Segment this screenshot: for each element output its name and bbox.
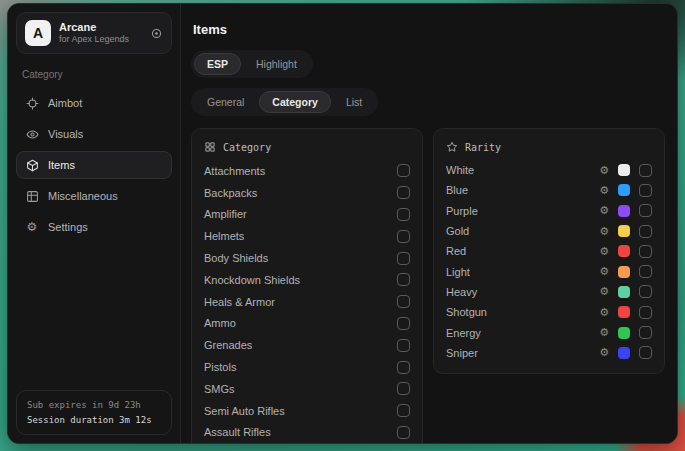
gear-icon[interactable]: ⚙ <box>599 205 609 216</box>
page-title: Items <box>193 22 665 37</box>
category-row-label: Heals & Armor <box>204 296 275 308</box>
rarity-list: White ⚙ Blue ⚙ Purple ⚙ Gold ⚙ Red ⚙ <box>446 160 652 363</box>
sidebar-item-visuals[interactable]: Visuals <box>16 120 172 148</box>
checkbox[interactable] <box>397 252 410 265</box>
category-row-label: SMGs <box>204 383 235 395</box>
sidebar-item-label: Visuals <box>48 128 83 140</box>
color-swatch[interactable] <box>618 347 630 359</box>
rarity-panel: Rarity White ⚙ Blue ⚙ Purple ⚙ Gold ⚙ <box>433 128 665 374</box>
sidebar-item-aimbot[interactable]: Aimbot <box>16 89 172 117</box>
rarity-row: Red ⚙ <box>446 241 652 261</box>
tab-general[interactable]: General <box>194 91 257 113</box>
rarity-row-label: Sniper <box>446 347 478 359</box>
sidebar-item-settings[interactable]: ⚙ Settings <box>16 213 172 241</box>
checkbox[interactable] <box>639 164 652 177</box>
rarity-row-label: Energy <box>446 327 481 339</box>
main-content: Items ESPHighlight GeneralCategoryList C… <box>181 4 677 443</box>
category-row: Knockdown Shields <box>204 269 410 291</box>
gear-icon[interactable]: ⚙ <box>599 226 609 237</box>
color-swatch[interactable] <box>618 164 630 176</box>
gear-icon[interactable]: ⚙ <box>599 307 609 318</box>
checkbox[interactable] <box>397 208 410 221</box>
category-row-label: Ammo <box>204 317 236 329</box>
tab-esp[interactable]: ESP <box>194 53 241 75</box>
category-panel: Category Attachments Backpacks Amplifier… <box>191 128 423 443</box>
category-row-label: Knockdown Shields <box>204 274 300 286</box>
rarity-row-label: Purple <box>446 205 478 217</box>
checkbox[interactable] <box>639 184 652 197</box>
session-duration-text: Session duration 3m 12s <box>27 413 161 427</box>
color-swatch[interactable] <box>618 266 630 278</box>
sub-expiry-text: Sub expires in 9d 23h <box>27 398 161 412</box>
gear-icon[interactable]: ⚙ <box>599 347 609 358</box>
sidebar: A Arcane for Apex Legends Category Aimbo… <box>8 4 181 443</box>
eye-icon <box>25 127 39 141</box>
checkbox[interactable] <box>639 306 652 319</box>
sidebar-section-label: Category <box>22 69 166 80</box>
app-logo: A <box>25 20 51 46</box>
rarity-row: Blue ⚙ <box>446 180 652 200</box>
checkbox[interactable] <box>397 382 410 395</box>
app-window: A Arcane for Apex Legends Category Aimbo… <box>7 3 678 444</box>
gear-icon[interactable]: ⚙ <box>599 286 609 297</box>
checkbox[interactable] <box>639 204 652 217</box>
checkbox[interactable] <box>397 186 410 199</box>
target-gear-icon[interactable] <box>150 27 163 40</box>
sidebar-item-miscellaneous[interactable]: Miscellaneous <box>16 182 172 210</box>
checkbox[interactable] <box>639 245 652 258</box>
color-swatch[interactable] <box>618 245 630 257</box>
checkbox[interactable] <box>397 295 410 308</box>
rarity-panel-title: Rarity <box>465 142 501 153</box>
gear-icon[interactable]: ⚙ <box>599 327 609 338</box>
sidebar-nav: Aimbot Visuals Items Miscellaneous ⚙ Set… <box>16 89 172 244</box>
category-row-label: Body Shields <box>204 252 268 264</box>
gear-icon[interactable]: ⚙ <box>599 185 609 196</box>
gear-icon[interactable]: ⚙ <box>599 165 609 176</box>
color-swatch[interactable] <box>618 327 630 339</box>
color-swatch[interactable] <box>618 205 630 217</box>
category-panel-title: Category <box>223 142 271 153</box>
color-swatch[interactable] <box>618 225 630 237</box>
rarity-row: Gold ⚙ <box>446 221 652 241</box>
sidebar-item-label: Aimbot <box>48 97 82 109</box>
rarity-row: White ⚙ <box>446 160 652 180</box>
checkbox[interactable] <box>397 404 410 417</box>
checkbox[interactable] <box>397 339 410 352</box>
tab-category[interactable]: Category <box>259 91 331 113</box>
rarity-row-label: Light <box>446 266 470 278</box>
category-panel-header: Category <box>204 137 410 160</box>
tab-highlight[interactable]: Highlight <box>243 53 310 75</box>
checkbox[interactable] <box>639 265 652 278</box>
sidebar-item-items[interactable]: Items <box>16 151 172 179</box>
gear-icon: ⚙ <box>25 220 39 234</box>
rarity-row-label: White <box>446 164 474 176</box>
category-row: Backpacks <box>204 182 410 204</box>
view-tabs: GeneralCategoryList <box>191 88 378 116</box>
rarity-row-label: Gold <box>446 225 469 237</box>
checkbox[interactable] <box>639 285 652 298</box>
color-swatch[interactable] <box>618 286 630 298</box>
app-subtitle: for Apex Legends <box>59 34 129 45</box>
rarity-panel-header: Rarity <box>446 137 652 160</box>
color-swatch[interactable] <box>618 306 630 318</box>
category-row: Attachments <box>204 160 410 182</box>
color-swatch[interactable] <box>618 184 630 196</box>
checkbox[interactable] <box>397 426 410 439</box>
category-row: Body Shields <box>204 247 410 269</box>
checkbox[interactable] <box>397 273 410 286</box>
category-row: Ammo <box>204 313 410 335</box>
checkbox[interactable] <box>639 326 652 339</box>
checkbox[interactable] <box>397 230 410 243</box>
grid-icon <box>25 189 39 203</box>
checkbox[interactable] <box>639 346 652 359</box>
category-row-label: Pistols <box>204 361 236 373</box>
rarity-row-label: Shotgun <box>446 306 487 318</box>
tab-list[interactable]: List <box>333 91 375 113</box>
checkbox[interactable] <box>397 317 410 330</box>
checkbox[interactable] <box>397 361 410 374</box>
gear-icon[interactable]: ⚙ <box>599 246 609 257</box>
subscription-info-card: Sub expires in 9d 23h Session duration 3… <box>16 390 172 435</box>
checkbox[interactable] <box>639 225 652 238</box>
checkbox[interactable] <box>397 164 410 177</box>
gear-icon[interactable]: ⚙ <box>599 266 609 277</box>
